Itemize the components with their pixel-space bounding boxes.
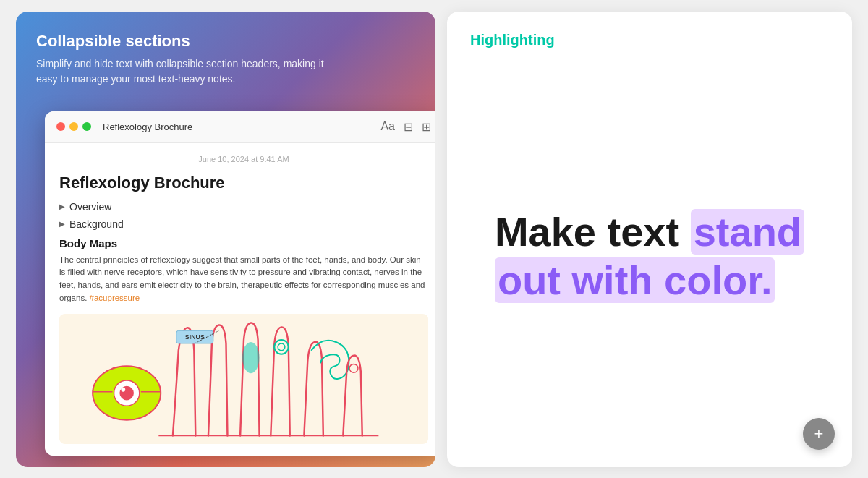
left-card: Collapsible sections Simplify and hide t… bbox=[16, 12, 435, 467]
hand-illustration-area: SINUS bbox=[59, 314, 428, 444]
highlight-headline-block: Make text stand out with color. bbox=[495, 208, 804, 304]
notes-window-title: Reflexology Brochure bbox=[103, 121, 380, 132]
svg-point-10 bbox=[242, 342, 260, 373]
close-button-dot[interactable] bbox=[56, 122, 65, 131]
left-card-subtitle: Simplify and hide text with collapsible … bbox=[36, 56, 340, 87]
chevron-icon-overview: ▶ bbox=[59, 202, 65, 210]
hashtag[interactable]: #acupressure bbox=[90, 294, 140, 302]
headline-out-color: out with color. bbox=[495, 257, 775, 303]
right-card: Highlighting Make text stand out with co… bbox=[447, 12, 852, 467]
svg-text:SINUS: SINUS bbox=[185, 333, 205, 341]
notes-toolbar: Aa ⊟ ⊞ bbox=[380, 120, 431, 134]
left-card-title: Collapsible sections bbox=[36, 32, 415, 51]
section-background-label: Background bbox=[69, 218, 124, 230]
section-overview-label: Overview bbox=[69, 201, 111, 213]
notes-content: June 10, 2024 at 9:41 AM Reflexology Bro… bbox=[45, 143, 435, 456]
headline-stand: stand bbox=[691, 209, 804, 255]
notes-titlebar: Reflexology Brochure Aa ⊟ ⊞ bbox=[45, 111, 435, 143]
notes-section-overview[interactable]: ▶ Overview bbox=[59, 201, 428, 213]
svg-point-4 bbox=[121, 388, 125, 392]
chevron-icon-background: ▶ bbox=[59, 220, 65, 228]
fab-add-button[interactable]: + bbox=[803, 418, 835, 450]
body-maps-text: The central principles of reflexology su… bbox=[59, 254, 428, 305]
hand-illustration-svg: SINUS bbox=[59, 314, 428, 444]
minimize-button-dot[interactable] bbox=[69, 122, 78, 131]
notes-window: Reflexology Brochure Aa ⊟ ⊞ June 10, 202… bbox=[45, 111, 435, 456]
list-icon[interactable]: ⊟ bbox=[404, 120, 413, 134]
notes-date: June 10, 2024 at 9:41 AM bbox=[59, 155, 428, 163]
headline-line1: Make text stand bbox=[495, 208, 804, 256]
traffic-lights bbox=[56, 122, 91, 131]
maximize-button-dot[interactable] bbox=[82, 122, 91, 131]
table-icon[interactable]: ⊞ bbox=[422, 120, 431, 134]
notes-doc-title: Reflexology Brochure bbox=[59, 174, 428, 192]
left-card-header: Collapsible sections Simplify and hide t… bbox=[16, 12, 435, 101]
highlighting-title: Highlighting bbox=[470, 32, 829, 48]
headline-line2: out with color. bbox=[495, 256, 804, 304]
headline-make-text: Make text bbox=[495, 209, 691, 255]
highlight-text-area: Make text stand out with color. bbox=[470, 66, 829, 447]
font-icon[interactable]: Aa bbox=[380, 120, 395, 133]
body-maps-title: Body Maps bbox=[59, 237, 428, 249]
notes-section-background[interactable]: ▶ Background bbox=[59, 218, 428, 230]
